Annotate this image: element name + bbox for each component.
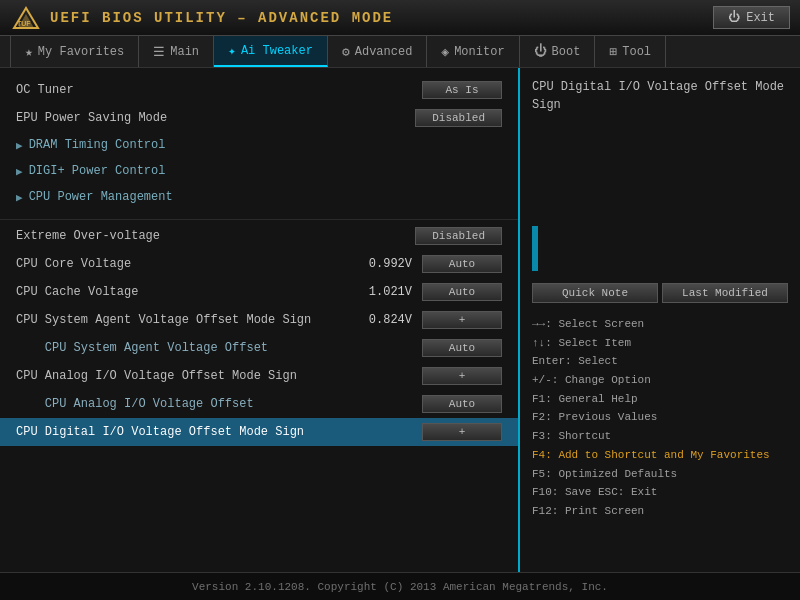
- setting-value-cpu-cache-v: 1.021V: [369, 285, 412, 299]
- help-line: F5: Optimized Defaults: [532, 465, 788, 484]
- setting-row-cpu-sys-agent-sign[interactable]: CPU System Agent Voltage Offset Mode Sig…: [0, 306, 518, 334]
- setting-label-oc-tuner: OC Tuner: [16, 83, 422, 97]
- help-line: F3: Shortcut: [532, 427, 788, 446]
- setting-btn-cpu-core-v[interactable]: Auto: [422, 255, 502, 273]
- submenu-arrow-cpu-power-mgmt: ▶: [16, 191, 23, 204]
- nav-icon-monitor: ◈: [441, 44, 449, 60]
- setting-row-cpu-core-v[interactable]: CPU Core Voltage 0.992V Auto: [0, 250, 518, 278]
- setting-label-epu-power: EPU Power Saving Mode: [16, 111, 415, 125]
- setting-label-cpu-sys-agent-sign: CPU System Agent Voltage Offset Mode Sig…: [16, 313, 369, 327]
- nav-bar: ★My Favorites☰Main✦Ai Tweaker⚙Advanced◈M…: [0, 36, 800, 68]
- power-icon: ⏻: [728, 10, 740, 25]
- setting-row-cpu-analog-offset[interactable]: CPU Analog I/O Voltage Offset Auto: [0, 390, 518, 418]
- help-line: F12: Print Screen: [532, 502, 788, 521]
- setting-label-cpu-cache-v: CPU Cache Voltage: [16, 285, 369, 299]
- submenu-label-digi-power: DIGI+ Power Control: [29, 164, 166, 178]
- submenu-digi-power[interactable]: ▶DIGI+ Power Control: [0, 158, 518, 184]
- nav-icon-tool: ⊞: [609, 44, 617, 60]
- quick-buttons: Quick Note Last Modified: [532, 283, 788, 303]
- nav-label-tool: Tool: [622, 45, 651, 59]
- help-line: F1: General Help: [532, 390, 788, 409]
- setting-btn-cpu-analog-sign[interactable]: +: [422, 367, 502, 385]
- nav-icon-favorites: ★: [25, 44, 33, 60]
- submenu-dram-timing[interactable]: ▶DRAM Timing Control: [0, 132, 518, 158]
- setting-label-cpu-digital-sign: CPU Digital I/O Voltage Offset Mode Sign: [16, 425, 422, 439]
- title-bar-left: TUF UEFI BIOS UTILITY – ADVANCED MODE: [10, 4, 393, 32]
- setting-row-oc-tuner[interactable]: OC Tuner As Is: [0, 76, 518, 104]
- nav-item-ai-tweaker[interactable]: ✦Ai Tweaker: [214, 36, 328, 67]
- nav-item-favorites[interactable]: ★My Favorites: [10, 36, 139, 67]
- setting-row-cpu-digital-sign[interactable]: CPU Digital I/O Voltage Offset Mode Sign…: [0, 418, 518, 446]
- nav-label-favorites: My Favorites: [38, 45, 124, 59]
- asus-logo-icon: TUF: [10, 4, 42, 32]
- nav-label-main: Main: [170, 45, 199, 59]
- setting-btn-cpu-cache-v[interactable]: Auto: [422, 283, 502, 301]
- app-title: UEFI BIOS UTILITY – ADVANCED MODE: [50, 10, 393, 26]
- help-line: F2: Previous Values: [532, 408, 788, 427]
- exit-button[interactable]: ⏻ Exit: [713, 6, 790, 29]
- submenu-cpu-power-mgmt[interactable]: ▶CPU Power Management: [0, 184, 518, 210]
- setting-btn-oc-tuner[interactable]: As Is: [422, 81, 502, 99]
- nav-label-ai-tweaker: Ai Tweaker: [241, 44, 313, 58]
- help-line: Enter: Select: [532, 352, 788, 371]
- nav-label-monitor: Monitor: [454, 45, 504, 59]
- divider: [0, 210, 518, 220]
- scrollbar[interactable]: [532, 226, 538, 271]
- setting-btn-cpu-digital-sign[interactable]: +: [422, 423, 502, 441]
- nav-item-monitor[interactable]: ◈Monitor: [427, 36, 519, 67]
- setting-label-cpu-sys-agent-offset: CPU System Agent Voltage Offset: [16, 341, 422, 355]
- submenu-label-cpu-power-mgmt: CPU Power Management: [29, 190, 173, 204]
- nav-label-advanced: Advanced: [355, 45, 413, 59]
- setting-btn-epu-power[interactable]: Disabled: [415, 109, 502, 127]
- submenu-label-dram-timing: DRAM Timing Control: [29, 138, 166, 152]
- nav-item-advanced[interactable]: ⚙Advanced: [328, 36, 427, 67]
- right-panel: CPU Digital I/O Voltage Offset ModeSign …: [520, 68, 800, 572]
- submenu-arrow-digi-power: ▶: [16, 165, 23, 178]
- nav-icon-main: ☰: [153, 44, 165, 60]
- help-line: +/-: Change Option: [532, 371, 788, 390]
- footer-text: Version 2.10.1208. Copyright (C) 2013 Am…: [192, 581, 608, 593]
- help-line: ↑↓: Select Item: [532, 334, 788, 353]
- quick-note-button[interactable]: Quick Note: [532, 283, 658, 303]
- nav-item-boot[interactable]: ⏻Boot: [520, 36, 596, 67]
- svg-text:TUF: TUF: [17, 20, 31, 27]
- nav-icon-ai-tweaker: ✦: [228, 43, 236, 59]
- title-bar: TUF UEFI BIOS UTILITY – ADVANCED MODE ⏻ …: [0, 0, 800, 36]
- submenu-arrow-dram-timing: ▶: [16, 139, 23, 152]
- setting-btn-cpu-sys-agent-sign[interactable]: +: [422, 311, 502, 329]
- nav-item-tool[interactable]: ⊞Tool: [595, 36, 666, 67]
- nav-icon-boot: ⏻: [534, 44, 547, 59]
- setting-row-cpu-sys-agent-offset[interactable]: CPU System Agent Voltage Offset Auto: [0, 334, 518, 362]
- setting-label-cpu-core-v: CPU Core Voltage: [16, 257, 369, 271]
- setting-value-cpu-sys-agent-sign: 0.824V: [369, 313, 412, 327]
- main-content: OC Tuner As Is EPU Power Saving Mode Dis…: [0, 68, 800, 572]
- setting-label-extreme-ov: Extreme Over-voltage: [16, 229, 415, 243]
- setting-value-cpu-core-v: 0.992V: [369, 257, 412, 271]
- nav-label-boot: Boot: [552, 45, 581, 59]
- footer: Version 2.10.1208. Copyright (C) 2013 Am…: [0, 572, 800, 600]
- setting-label-cpu-analog-sign: CPU Analog I/O Voltage Offset Mode Sign: [16, 369, 422, 383]
- setting-btn-cpu-analog-offset[interactable]: Auto: [422, 395, 502, 413]
- setting-row-epu-power[interactable]: EPU Power Saving Mode Disabled: [0, 104, 518, 132]
- setting-row-extreme-ov[interactable]: Extreme Over-voltage Disabled: [0, 222, 518, 250]
- help-text: →→: Select Screen↑↓: Select ItemEnter: S…: [532, 315, 788, 521]
- setting-btn-extreme-ov[interactable]: Disabled: [415, 227, 502, 245]
- help-line: →→: Select Screen: [532, 315, 788, 334]
- setting-row-cpu-analog-sign[interactable]: CPU Analog I/O Voltage Offset Mode Sign …: [0, 362, 518, 390]
- nav-icon-advanced: ⚙: [342, 44, 350, 60]
- help-line: F4: Add to Shortcut and My Favorites: [532, 446, 788, 465]
- nav-item-main[interactable]: ☰Main: [139, 36, 214, 67]
- last-modified-button[interactable]: Last Modified: [662, 283, 788, 303]
- setting-btn-cpu-sys-agent-offset[interactable]: Auto: [422, 339, 502, 357]
- setting-row-cpu-cache-v[interactable]: CPU Cache Voltage 1.021V Auto: [0, 278, 518, 306]
- description-box: CPU Digital I/O Voltage Offset ModeSign: [532, 78, 788, 138]
- left-panel: OC Tuner As Is EPU Power Saving Mode Dis…: [0, 68, 520, 572]
- setting-label-cpu-analog-offset: CPU Analog I/O Voltage Offset: [16, 397, 422, 411]
- help-line: F10: Save ESC: Exit: [532, 483, 788, 502]
